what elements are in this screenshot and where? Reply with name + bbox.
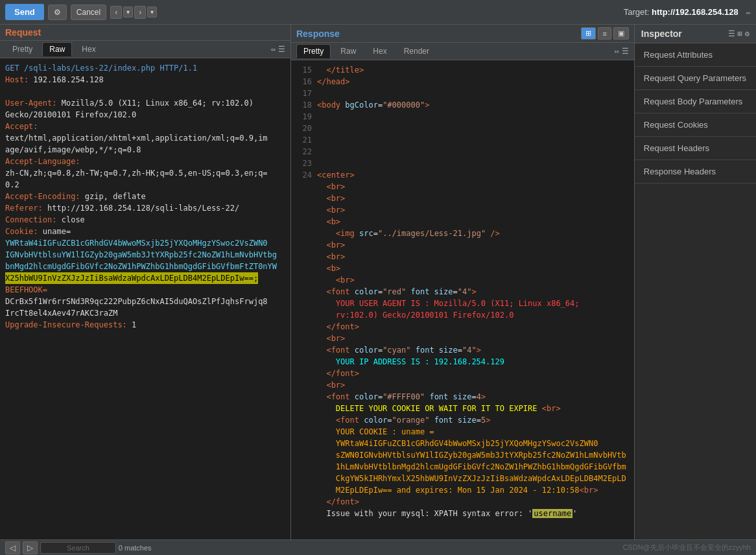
request-tab-icons: ⇔ ☰ xyxy=(271,45,285,54)
req-line-ua: User-Agent: Mozilla/5.0 (X11; Linux x86_… xyxy=(5,97,285,109)
req-line-beefhook: BEEFHOOK= xyxy=(5,284,285,296)
resp-line-font-close3: </font> xyxy=(296,496,629,508)
req-line-cookie: Cookie: uname= xyxy=(5,226,285,237)
inspector-panel: Inspector ☰ ⊞ ⚙ Request Attributes Reque… xyxy=(635,25,756,555)
inspector-icons: ☰ ⊞ ⚙ xyxy=(728,29,750,38)
resp-menu-icon[interactable]: ☰ xyxy=(622,47,629,56)
resp-line-18: 18 <body bgColor="#000000"> xyxy=(296,99,629,111)
view-icon-compact[interactable]: ▣ xyxy=(613,27,629,40)
resp-line-br5: <br> xyxy=(296,251,629,263)
response-view-icons: ⊞ ≡ ▣ xyxy=(581,27,628,40)
inspector-body-params[interactable]: Request Body Parameters xyxy=(635,90,756,113)
resp-line-b2: <b> xyxy=(296,263,629,274)
nav-right-button[interactable]: › xyxy=(134,6,146,19)
resp-wrap-icon[interactable]: ⇔ xyxy=(615,47,619,56)
username-highlight: username xyxy=(532,509,573,518)
tab-request-hex[interactable]: Hex xyxy=(75,42,102,56)
req-line-cookie-val4: X25hbWU9InVzZXJzJzIiBsaWdzaWpdcAxLDEpLDB… xyxy=(5,272,285,284)
resp-line-br2: <br> xyxy=(296,193,629,204)
resp-line-br6: <br> xyxy=(296,333,629,344)
resp-line-brinside: <br> xyxy=(296,274,629,286)
req-line-blank xyxy=(5,86,285,97)
matches-count: 0 matches xyxy=(119,544,152,552)
nav-right-dropdown[interactable]: ▾ xyxy=(147,6,157,18)
main-layout: Request Pretty Raw Hex ⇔ ☰ GET /sqli-lab… xyxy=(0,25,756,555)
resp-line-expires: M2EpLDEpIw== and expires: Mon 15 Jan 202… xyxy=(296,484,629,496)
resp-line-ua-text1: YOUR USER AGENT IS : Mozilla/5.0 (X11; L… xyxy=(296,298,629,309)
resp-line-b: <b> xyxy=(296,216,629,228)
inspector-req-headers[interactable]: Request Headers xyxy=(635,137,756,160)
inspector-cookies[interactable]: Request Cookies xyxy=(635,113,756,137)
inspector-icon-grid[interactable]: ⊞ xyxy=(738,29,742,38)
resp-line-cookie-v4: CkgYW5kIHRhYmxlX25hbWU9InVzZXJzJzIiBsaWd… xyxy=(296,473,629,484)
resp-line-20: 20 xyxy=(296,123,629,134)
view-icon-list[interactable]: ≡ xyxy=(598,27,611,40)
req-line-lang-val2: 0.2 xyxy=(5,179,285,191)
tab-resp-raw[interactable]: Raw xyxy=(333,44,363,58)
inspector-icon-settings[interactable]: ⚙ xyxy=(745,29,750,38)
request-panel-header: Request xyxy=(0,25,290,41)
resp-line-font-cyan: <font color="cyan" font size="4"> xyxy=(296,344,629,356)
menu-icon[interactable]: ☰ xyxy=(278,45,285,54)
search-input-area[interactable]: Search xyxy=(40,542,116,554)
resp-line-17: 17 xyxy=(296,88,629,99)
req-line-gecko: Gecko/20100101 Firefox/102.0 xyxy=(5,109,285,121)
nav-left-button[interactable]: ‹ xyxy=(110,6,122,19)
resp-line-delete-cookie: DELETE YOUR COOKIE OR WAIT FOR IT TO EXP… xyxy=(296,403,629,414)
tab-resp-hex[interactable]: Hex xyxy=(366,44,394,58)
bottom-nav-prev[interactable]: ◁ xyxy=(5,541,20,554)
req-line-referer: Referer: http://192.168.254.128/sqli-lab… xyxy=(5,202,285,214)
req-line-conn: Connection: close xyxy=(5,214,285,226)
inspector-query-params[interactable]: Request Query Parameters xyxy=(635,67,756,90)
inspector-title: Inspector xyxy=(641,29,682,39)
tab-request-pretty[interactable]: Pretty xyxy=(5,42,40,56)
inspector-request-attributes[interactable]: Request Attributes xyxy=(635,43,756,67)
send-button[interactable]: Send xyxy=(5,4,44,20)
resp-line-cookie-v2: sZWN0IGNvbHVtblsuYW1lIGZyb20gaW5mb3JtYXR… xyxy=(296,449,629,461)
resp-line-issue: Issue with your mysql: XPATH syntax erro… xyxy=(296,508,629,519)
resp-line-16: 16 </head> xyxy=(296,76,629,88)
inspector-resp-headers[interactable]: Response Headers xyxy=(635,160,756,183)
resp-line-ua-text2: rv:102.0) Gecko/20100101 Firefox/102.0 xyxy=(296,309,629,321)
response-title: Response xyxy=(296,29,340,39)
gear-button[interactable]: ⚙ xyxy=(48,5,67,20)
response-panel: Response ⊞ ≡ ▣ Pretty Raw Hex Render ⇔ ☰… xyxy=(291,25,635,555)
req-line-upgrade: Upgrade-Insecure-Requests: 1 xyxy=(5,319,285,331)
view-icon-grid[interactable]: ⊞ xyxy=(581,27,596,40)
req-line-beef-val2: IrcTt8el4xAev47rAKC3raZM xyxy=(5,307,285,319)
resp-line-cookie-v3: 1hLmNvbHVtblbnMgd2hlcmUgdGFibGVfc2NoZW1h… xyxy=(296,461,629,473)
tab-resp-pretty[interactable]: Pretty xyxy=(296,44,331,58)
watermark: CSDN@先后小毕业且不会安全的zzyyhh xyxy=(622,543,751,552)
response-code-area: 15 </title> 16 </head> 17 18 <body bgCol… xyxy=(291,60,634,555)
nav-arrows: ‹ ▾ › ▾ xyxy=(110,6,157,19)
response-tab-bar: Pretty Raw Hex Render ⇔ ☰ xyxy=(291,43,634,60)
req-line-accept-val1: text/html,application/xhtml+xml,applicat… xyxy=(5,132,285,144)
req-line-1: GET /sqli-labs/Less-22/index.php HTTP/1.… xyxy=(5,62,285,74)
edit-icon[interactable]: ✏ xyxy=(746,8,751,17)
inspector-icon-list[interactable]: ☰ xyxy=(728,29,735,38)
request-code-area: GET /sqli-labs/Less-22/index.php HTTP/1.… xyxy=(0,58,290,555)
target-url: http://192.168.254.128 xyxy=(652,7,738,17)
req-line-cookie-val2: IGNvbHVtblsuYW1lIGZyb20gaW5mb3JtYXRpb25f… xyxy=(5,249,285,261)
request-title: Request xyxy=(5,27,41,38)
response-tab-icons: ⇔ ☰ xyxy=(615,47,629,56)
bottom-bar: ◁ ▷ Search 0 matches CSDN@先后小毕业且不会安全的zzy… xyxy=(0,539,756,555)
nav-dropdown[interactable]: ▾ xyxy=(123,6,133,18)
wrap-icon[interactable]: ⇔ xyxy=(271,45,276,54)
tab-request-raw[interactable]: Raw xyxy=(42,42,72,56)
inspector-header: Inspector ☰ ⊞ ⚙ xyxy=(635,25,756,43)
toolbar: Send ⚙ Cancel ‹ ▾ › ▾ Target: http://192… xyxy=(0,0,756,25)
req-line-enc: Accept-Encoding: gzip, deflate xyxy=(5,191,285,202)
resp-line-font-yellow: <font color="#FFFF00" font size=4> xyxy=(296,391,629,403)
tab-resp-render[interactable]: Render xyxy=(397,44,436,58)
resp-line-font-orange: <font color="orange" font size=5> xyxy=(296,414,629,426)
request-panel: Request Pretty Raw Hex ⇔ ☰ GET /sqli-lab… xyxy=(0,25,291,555)
req-line-accept-val2: age/avif,image/webp,*/*;q=0.8 xyxy=(5,144,285,156)
resp-line-19: 19 xyxy=(296,111,629,123)
resp-line-font-red: <font color="red" font size="4"> xyxy=(296,286,629,298)
bottom-nav-next[interactable]: ▷ xyxy=(23,541,38,554)
resp-line-br7: <br> xyxy=(296,379,629,391)
cancel-button[interactable]: Cancel xyxy=(71,5,106,20)
req-line-lang-val1: zh-CN,zh;q=0.8,zh-TW;q=0.7,zh-HK;q=0.5,e… xyxy=(5,167,285,179)
target-label: Target: http://192.168.254.128 xyxy=(624,7,738,17)
